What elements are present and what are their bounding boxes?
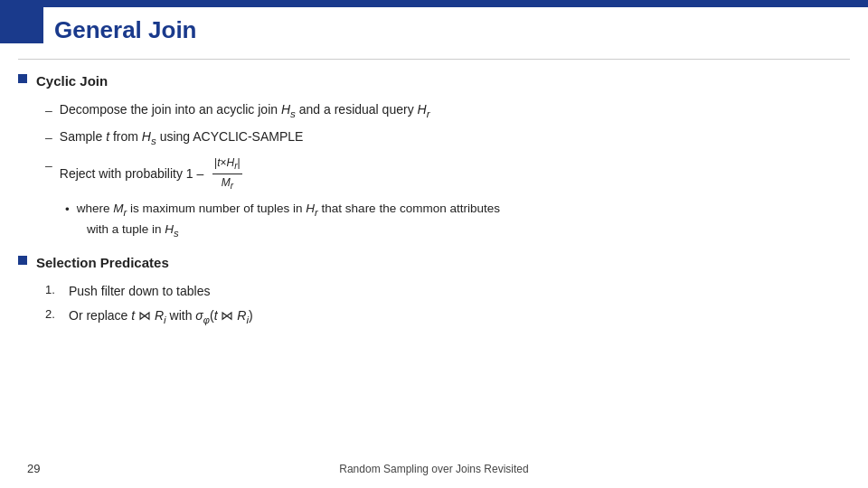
fraction-reject: |t×Hr| Mr — [212, 155, 242, 194]
ordered-num-1: 1. — [45, 281, 61, 300]
sub-item-sample-text: Sample t from Hs using ACYCLIC-SAMPLE — [60, 127, 304, 149]
ordered-num-2: 2. — [45, 305, 61, 324]
sub-sub-item-mr: • where Mr is maximum number of tuples i… — [65, 199, 850, 241]
top-bar-decoration — [43, 0, 868, 7]
main-bullet-selection: Selection Predicates — [18, 252, 850, 274]
cyclic-join-label: Cyclic Join — [36, 70, 108, 92]
footer-page-number: 29 — [27, 462, 40, 475]
ordered-item-1-text: Push filter down to tables — [69, 281, 210, 301]
cyclic-join-sublist: – Decompose the join into an acyclic joi… — [45, 99, 850, 241]
sub-sub-list: • where Mr is maximum number of tuples i… — [65, 199, 850, 241]
sub-item-reject-text: Reject with probability 1 – |t×Hr| Mr — [60, 155, 244, 194]
selection-predicates-list: 1. Push filter down to tables 2. Or repl… — [45, 281, 850, 329]
main-bullet-cyclic: Cyclic Join — [18, 70, 850, 92]
ordered-item-2-text: Or replace t ⋈ Ri with σφ(t ⋈ Ri) — [69, 305, 253, 328]
title-divider — [18, 59, 850, 60]
sub-item-decompose-text: Decompose the join into an acyclic join … — [60, 99, 430, 122]
ordered-item-1: 1. Push filter down to tables — [45, 281, 850, 301]
bullet-square-icon-2 — [18, 256, 27, 265]
slide-content: Cyclic Join – Decompose the join into an… — [18, 70, 850, 340]
section-selection-predicates: Selection Predicates 1. Push filter down… — [18, 252, 850, 329]
bullet-square-icon — [18, 74, 27, 83]
sub-item-reject: – Reject with probability 1 – |t×Hr| Mr — [45, 155, 850, 194]
selection-predicates-label: Selection Predicates — [36, 252, 169, 274]
bullet-dot-icon: • — [65, 200, 70, 220]
sub-item-decompose: – Decompose the join into an acyclic joi… — [45, 99, 850, 122]
page-title: General Join — [54, 16, 197, 44]
sub-item-sample: – Sample t from Hs using ACYCLIC-SAMPLE — [45, 127, 850, 149]
sub-sub-item-mr-text: where Mr is maximum number of tuples in … — [77, 199, 500, 241]
ordered-item-2: 2. Or replace t ⋈ Ri with σφ(t ⋈ Ri) — [45, 305, 850, 328]
footer-slide-title: Random Sampling over Joins Revisited — [339, 463, 528, 475]
dash-icon-2: – — [45, 127, 52, 147]
dash-icon: – — [45, 100, 52, 120]
dash-icon-3: – — [45, 155, 52, 175]
section-cyclic-join: Cyclic Join – Decompose the join into an… — [18, 70, 850, 241]
blue-corner-decoration — [0, 0, 43, 43]
